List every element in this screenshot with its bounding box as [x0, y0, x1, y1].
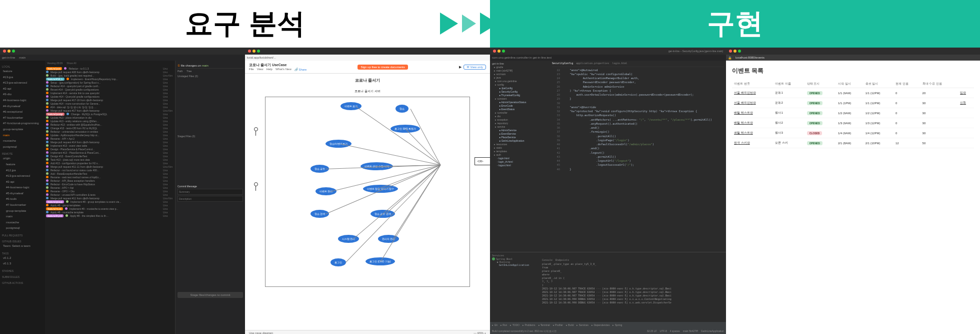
commit-row[interactable]: Refactor - ErrorCode to have HttpStatusU…	[46, 182, 174, 186]
tree-toggle[interactable]: Tree	[186, 70, 192, 73]
commit-row[interactable]: Rename - OPO > DtoUna	[46, 189, 174, 193]
sidebar-section-pr[interactable]: PULL REQUESTS	[2, 233, 43, 237]
code-line[interactable]: 46 }	[552, 167, 724, 171]
minimize-icon[interactable]	[252, 50, 256, 53]
tree-item[interactable]: ● AdminService	[491, 128, 549, 132]
statusbar-right-item[interactable]: main 5b427fff	[683, 329, 698, 332]
tree-item[interactable]: ▸ static	[491, 146, 549, 149]
place-link[interactable]: 배럴 테스트장	[734, 111, 753, 114]
tree-item[interactable]: ● GetInLineApplication	[491, 139, 549, 142]
origin-branch-item[interactable]: postgresql	[2, 225, 43, 231]
origin-branch-item[interactable]: #13-jpa-advanced	[2, 173, 43, 179]
minimize-icon[interactable]	[734, 50, 736, 53]
tree-item[interactable]: ● JpaConfig	[491, 86, 549, 90]
tree-item[interactable]: ▸ repository	[491, 121, 549, 125]
tree-item[interactable]: ▸ service	[491, 125, 549, 128]
place-link[interactable]: 서울 배드민턴장	[734, 101, 756, 104]
commit-row[interactable]: Refactor - unintended annotation in enti…	[46, 130, 174, 133]
statusbar-item[interactable]: ▸ Spring	[612, 323, 622, 326]
path-toggle[interactable]: Path	[178, 70, 182, 73]
tree-item[interactable]: ▸ controller	[491, 111, 549, 114]
branch-item[interactable]: #13-jpa	[2, 75, 43, 81]
statusbar-item[interactable]: ▸ Build	[566, 323, 574, 326]
code-line[interactable]: 41 .and()	[552, 146, 724, 150]
commit-row[interactable]: feature/thymlApply #8 - the simplest fil…	[46, 214, 174, 217]
commit-row[interactable]: feature/#16_LImplement - EventHistoryRep…	[46, 77, 174, 81]
tree-item[interactable]: ▸ constant	[491, 97, 549, 100]
lucid-menu-item[interactable]: What's New	[276, 68, 292, 71]
commit-row[interactable]: #14 - data.sql: 말-말 행사와 말-말 말을 …Una	[46, 105, 174, 109]
editor-tab[interactable]: application.properties	[576, 62, 609, 66]
origin-branch-item[interactable]: mustache	[2, 220, 43, 226]
statusbar-item[interactable]: ▸ Services	[576, 323, 588, 326]
code-line[interactable]: 23 "kw">public "kw">void configureGlobal…	[552, 72, 724, 76]
lucid-url-bar[interactable]: lucid.app/lucidchart/...	[245, 55, 490, 61]
close-icon[interactable]	[729, 50, 732, 53]
commit-row[interactable]: Rename - web test method names of ApiEx.…	[46, 175, 174, 179]
editor-tab[interactable]: SecurityConfig	[552, 62, 573, 66]
commit-row[interactable]: Merge pull request #11-11 from djkdh-fas…	[46, 165, 174, 168]
code-line[interactable]: 45 .logoutSuccessUrl("/");	[552, 163, 724, 167]
branch-label[interactable]: feature/#16_L	[46, 78, 64, 81]
branch-item[interactable]: #3-dto	[2, 92, 43, 98]
commit-row[interactable]: Merge pull request #28 from djkdh-fastca…	[46, 70, 174, 74]
tree-item[interactable]: ▸ resources	[491, 142, 549, 146]
origin-branch-item[interactable]: #6-tools	[2, 196, 43, 202]
commit-row[interactable]: Refactor - API_Base exception handlersUn…	[46, 179, 174, 182]
branch-item[interactable]: feature	[2, 69, 43, 75]
code-line[interactable]: 40 .defaultSuccessUrl("/admin/places")	[552, 142, 724, 146]
origin-branch-item[interactable]: main	[2, 214, 43, 220]
origin-branch-item[interactable]: #7-bookmarker	[2, 202, 43, 208]
branch-label[interactable]: feature/must	[46, 207, 63, 210]
commit-row[interactable]: feature/postRefactor - to 0.1.3Uno	[46, 67, 174, 70]
maximize-icon[interactable]	[502, 50, 505, 53]
code-line[interactable]: 37 .formLogin()	[552, 130, 724, 134]
branch-item[interactable]: group-template	[2, 127, 43, 133]
close-icon[interactable]	[248, 50, 251, 53]
code-editor[interactable]: SecurityConfigapplication.propertieslogi…	[550, 61, 726, 252]
footer-tab[interactable]: Use case diagram	[249, 331, 273, 334]
commit-row[interactable]: Refactor #14 - querydsl part of gradle c…	[46, 84, 174, 88]
commit-row[interactable]: Add - BaseExceptionHandlerTestUna	[46, 172, 174, 175]
code-line[interactable]: 43 .permitAll()	[552, 155, 724, 159]
lucid-canvas[interactable]: 코로나 줄서기 코로나 줄서기 서버 <DB> 이벤트 보기장소로그인 SNS …	[245, 74, 490, 330]
tree-item[interactable]: ▸ auth	[491, 153, 549, 156]
commit-row[interactable]: Build - (jpa, build.gradle) test require…	[46, 74, 174, 77]
tree-item[interactable]: ● SecurityConfig	[491, 90, 549, 93]
running-app[interactable]: GetInLineApplication	[492, 263, 542, 266]
commit-row[interactable]: Design #13 - EventControllerTestUna	[46, 154, 174, 158]
place-link[interactable]: 배럴 테스트장	[734, 121, 753, 124]
statusbar-right-item[interactable]: 32:25 LF	[647, 329, 657, 332]
code-line[interactable]: 39 .loginPage("/login")	[552, 138, 724, 142]
tree-item[interactable]: ● ThymeleafConfig	[491, 93, 549, 97]
commit-row[interactable]: Merge pull request #17-19 from djkdh-fas…	[46, 98, 174, 102]
branch-label[interactable]: feature/postgr	[46, 113, 64, 116]
commit-row[interactable]: Merge pull request #14 from djkdh-fastca…	[46, 140, 174, 144]
code-line[interactable]: 35 .anyRequest().authenticated()	[552, 122, 724, 126]
commit-row[interactable]: Update - ApiExceptionHandler(resp http s…	[46, 133, 174, 137]
git-repo-tab[interactable]: get-in-line	[2, 56, 15, 59]
tree-item[interactable]: ▸ dto	[491, 114, 549, 118]
branch-label[interactable]: feature/thyml	[46, 214, 64, 217]
lucid-menu-item[interactable]: Help	[266, 68, 272, 71]
console-tab[interactable]: Console	[542, 258, 552, 261]
git-graph[interactable]: Viewing 25/29 Show All feature/postRefac…	[45, 61, 175, 334]
tree-item[interactable]: ▸ src/main	[491, 72, 549, 76]
commit-row[interactable]: Merge pull request #17 from djkdh-fastca…	[46, 109, 174, 112]
project-tree[interactable]: get-in-line ▸ gradle▸ main [sb427fff]▸ s…	[490, 61, 550, 252]
stage-commit-button[interactable]: Stage files/changes to commit	[178, 292, 243, 298]
share-button[interactable]: 🔗 Share	[294, 68, 307, 71]
statusbar-item[interactable]: ▸ Run	[500, 323, 508, 326]
commit-row[interactable]: Update #14 - more construction for Gener…	[46, 102, 174, 105]
code-line[interactable]: 36 .and()	[552, 126, 724, 130]
commit-row[interactable]: Revert #14 - Querydsl gradle configurati…	[46, 88, 174, 91]
origin-branch-item[interactable]: #2-api	[2, 179, 43, 185]
usecase-node[interactable]: 로그인	[330, 258, 346, 266]
origin-branch-item[interactable]: feature	[2, 162, 43, 168]
branch-item[interactable]: #13-jpa-advanced	[2, 80, 43, 86]
code-line[interactable]: 26 AdminService adminService	[552, 85, 724, 89]
tree-item[interactable]: ● ErrorCode	[491, 104, 549, 107]
code-line[interactable]: 33 http.authorizeRequests()	[552, 113, 724, 117]
code-line[interactable]: 28 auth.userDetailsService(adminService)…	[552, 93, 724, 97]
branch-item[interactable]: mustache	[2, 138, 43, 144]
